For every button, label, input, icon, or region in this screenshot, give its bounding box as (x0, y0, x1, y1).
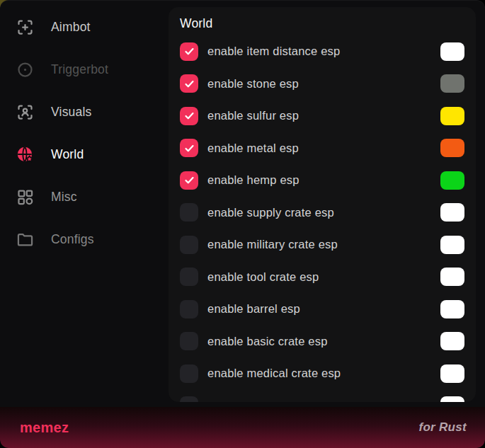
esp-option-label: enable barrel esp (207, 302, 440, 316)
esp-option-row: enable supply crate esp (180, 197, 464, 229)
esp-option-label: enable sulfur esp (207, 109, 440, 122)
esp-option-label: enable item distance esp (207, 45, 440, 58)
esp-color-swatch[interactable] (440, 42, 464, 61)
sidebar-item-triggerbot[interactable]: Triggerbot (0, 48, 169, 91)
esp-color-swatch[interactable] (440, 236, 464, 254)
esp-color-swatch[interactable] (440, 203, 464, 222)
esp-option-label: enable tool crate esp (207, 270, 440, 284)
esp-color-swatch[interactable] (440, 171, 464, 190)
world-settings-panel: World enable item distance esp enable st… (169, 7, 476, 402)
esp-option-label: enable military crate esp (207, 238, 440, 251)
esp-checkbox[interactable] (180, 139, 198, 157)
esp-checkbox[interactable] (180, 396, 198, 402)
sidebar-item-visuals[interactable]: Visuals (0, 91, 169, 133)
esp-option-label: enable metal esp (207, 142, 440, 155)
esp-checkbox[interactable] (180, 268, 198, 286)
esp-option-row: enable basic crate esp (180, 326, 464, 358)
esp-color-swatch[interactable] (440, 332, 464, 350)
esp-option-row: enable item distance esp (180, 35, 464, 68)
folder-icon (16, 230, 35, 249)
person-scan-icon (16, 103, 35, 122)
esp-color-swatch[interactable] (440, 396, 464, 402)
esp-checkbox[interactable] (180, 364, 198, 383)
esp-option-row: enable tool crate esp (180, 261, 464, 294)
esp-checkbox[interactable] (180, 74, 198, 93)
cheat-menu-window: Aimbot Triggerbot Visuals World Misc Con… (0, 0, 485, 448)
esp-option-label: enable stone esp (207, 77, 440, 91)
esp-color-swatch[interactable] (440, 107, 464, 125)
esp-option-row (180, 390, 464, 403)
sidebar-nav: Aimbot Triggerbot Visuals World Misc Con… (0, 0, 169, 407)
sidebar-item-configs[interactable]: Configs (0, 218, 169, 260)
esp-option-row: enable military crate esp (180, 229, 464, 261)
esp-option-label: enable hemp esp (207, 173, 440, 187)
esp-color-swatch[interactable] (440, 74, 464, 93)
esp-checkbox[interactable] (180, 42, 198, 61)
esp-checkbox[interactable] (180, 332, 198, 350)
esp-option-row: enable stone esp (180, 68, 464, 100)
panel-title: World (180, 14, 464, 35)
app-window: Aimbot Triggerbot Visuals World Misc Con… (0, 0, 485, 448)
esp-options-list: enable item distance esp enable stone es… (180, 35, 464, 402)
esp-option-row: enable hemp esp (180, 164, 464, 197)
esp-option-label: enable medical crate esp (207, 367, 440, 380)
grid-shapes-icon (16, 188, 35, 207)
esp-option-label: enable basic crate esp (207, 335, 440, 348)
footer-bar: memez for Rust (0, 407, 485, 448)
esp-option-row: enable medical crate esp (180, 357, 464, 390)
sidebar-item-aimbot[interactable]: Aimbot (0, 6, 169, 48)
esp-option-row: enable barrel esp (180, 293, 464, 326)
brand-tagline: for Rust (418, 420, 467, 435)
esp-checkbox[interactable] (180, 300, 198, 318)
crosshair-scan-icon (16, 18, 35, 37)
sidebar-item-misc[interactable]: Misc (0, 176, 169, 218)
globe-icon (16, 145, 35, 164)
esp-option-label: enable supply crate esp (207, 206, 440, 219)
esp-checkbox[interactable] (180, 203, 198, 222)
esp-checkbox[interactable] (180, 236, 198, 254)
esp-checkbox[interactable] (180, 107, 198, 125)
esp-checkbox[interactable] (180, 171, 198, 190)
esp-color-swatch[interactable] (440, 139, 464, 157)
esp-color-swatch[interactable] (440, 364, 464, 383)
sidebar-item-world[interactable]: World (0, 133, 169, 176)
esp-option-row: enable sulfur esp (180, 100, 464, 132)
esp-color-swatch[interactable] (440, 300, 464, 318)
esp-color-swatch[interactable] (440, 268, 464, 286)
esp-option-row: enable metal esp (180, 132, 464, 165)
brand-name: memez (20, 420, 69, 436)
target-circle-icon (16, 60, 35, 79)
